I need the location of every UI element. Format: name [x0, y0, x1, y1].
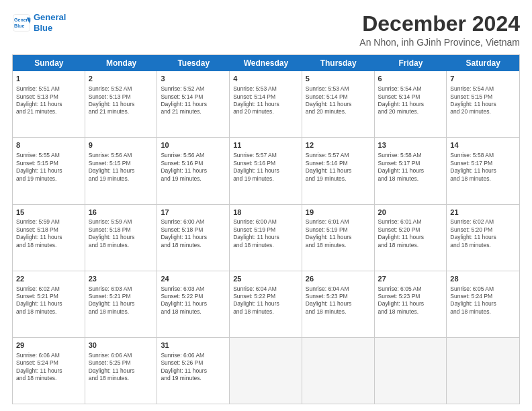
day-number: 20 [378, 208, 443, 218]
calendar-cell: 19Sunrise: 6:01 AMSunset: 5:19 PMDayligh… [302, 205, 375, 271]
calendar: SundayMondayTuesdayWednesdayThursdayFrid… [12, 54, 520, 404]
calendar-cell: 5Sunrise: 5:53 AMSunset: 5:14 PMDaylight… [302, 71, 375, 137]
cell-content: Sunrise: 5:57 AMSunset: 5:16 PMDaylight:… [306, 152, 371, 183]
calendar-cell: 12Sunrise: 5:57 AMSunset: 5:16 PMDayligh… [302, 138, 375, 203]
calendar-cell: 22Sunrise: 6:02 AMSunset: 5:21 PMDayligh… [13, 271, 85, 337]
day-number: 27 [378, 274, 443, 284]
day-number: 15 [16, 208, 81, 218]
cell-content: Sunrise: 5:56 AMSunset: 5:16 PMDaylight:… [161, 152, 226, 183]
day-number: 21 [450, 208, 516, 218]
day-number: 26 [306, 274, 371, 284]
day-number: 19 [306, 208, 371, 218]
logo-general: General [34, 12, 66, 22]
logo-text: General Blue [34, 12, 66, 33]
cell-content: Sunrise: 5:54 AMSunset: 5:14 PMDaylight:… [378, 85, 443, 116]
page: General Blue General Blue December 2024 … [0, 0, 532, 411]
calendar-cell: 20Sunrise: 6:01 AMSunset: 5:20 PMDayligh… [375, 205, 447, 271]
calendar-cell [302, 338, 375, 404]
calendar-cell: 2Sunrise: 5:52 AMSunset: 5:13 PMDaylight… [85, 71, 158, 137]
month-title: December 2024 [359, 12, 520, 36]
cell-content: Sunrise: 6:01 AMSunset: 5:19 PMDaylight:… [306, 218, 371, 249]
calendar-cell: 1Sunrise: 5:51 AMSunset: 5:13 PMDaylight… [13, 71, 85, 137]
day-number: 18 [233, 208, 298, 218]
cell-content: Sunrise: 6:06 AMSunset: 5:26 PMDaylight:… [161, 352, 226, 383]
cell-content: Sunrise: 6:01 AMSunset: 5:20 PMDaylight:… [378, 218, 443, 249]
calendar-cell: 15Sunrise: 5:59 AMSunset: 5:18 PMDayligh… [13, 205, 85, 271]
calendar-cell: 31Sunrise: 6:06 AMSunset: 5:26 PMDayligh… [157, 338, 230, 404]
weekday-header: Sunday [13, 55, 85, 71]
cell-content: Sunrise: 5:58 AMSunset: 5:17 PMDaylight:… [378, 152, 443, 183]
calendar-cell: 26Sunrise: 6:04 AMSunset: 5:23 PMDayligh… [302, 271, 375, 337]
day-number: 5 [306, 74, 371, 84]
day-number: 8 [16, 140, 81, 150]
day-number: 13 [378, 140, 443, 150]
calendar-cell: 10Sunrise: 5:56 AMSunset: 5:16 PMDayligh… [157, 138, 230, 203]
cell-content: Sunrise: 5:52 AMSunset: 5:14 PMDaylight:… [161, 85, 226, 116]
weekday-header: Friday [375, 55, 447, 71]
calendar-row: 22Sunrise: 6:02 AMSunset: 5:21 PMDayligh… [13, 271, 519, 338]
day-number: 16 [89, 208, 154, 218]
day-number: 6 [378, 74, 443, 84]
cell-content: Sunrise: 5:58 AMSunset: 5:17 PMDaylight:… [450, 152, 516, 183]
logo-blue: Blue [34, 23, 52, 33]
weekday-header: Saturday [447, 55, 519, 71]
day-number: 29 [16, 340, 81, 351]
day-number: 25 [233, 274, 298, 284]
day-number: 17 [161, 208, 226, 218]
calendar-header: SundayMondayTuesdayWednesdayThursdayFrid… [13, 55, 519, 71]
cell-content: Sunrise: 6:04 AMSunset: 5:22 PMDaylight:… [233, 285, 298, 316]
cell-content: Sunrise: 6:04 AMSunset: 5:23 PMDaylight:… [306, 285, 371, 316]
cell-content: Sunrise: 6:06 AMSunset: 5:25 PMDaylight:… [89, 352, 154, 383]
calendar-cell [375, 338, 447, 404]
day-number: 23 [89, 274, 154, 284]
day-number: 3 [161, 74, 226, 84]
cell-content: Sunrise: 5:54 AMSunset: 5:15 PMDaylight:… [450, 85, 516, 116]
day-number: 10 [161, 140, 226, 150]
cell-content: Sunrise: 6:00 AMSunset: 5:19 PMDaylight:… [233, 218, 298, 249]
weekday-header: Monday [85, 55, 158, 71]
day-number: 28 [450, 274, 516, 284]
day-number: 4 [233, 74, 298, 84]
calendar-cell: 17Sunrise: 6:00 AMSunset: 5:18 PMDayligh… [157, 205, 230, 271]
weekday-header: Thursday [302, 55, 375, 71]
calendar-body: 1Sunrise: 5:51 AMSunset: 5:13 PMDaylight… [13, 71, 519, 404]
calendar-cell: 29Sunrise: 6:06 AMSunset: 5:24 PMDayligh… [13, 338, 85, 404]
day-number: 31 [161, 340, 226, 351]
header: General Blue General Blue December 2024 … [12, 12, 520, 48]
cell-content: Sunrise: 5:59 AMSunset: 5:18 PMDaylight:… [16, 218, 81, 249]
day-number: 14 [450, 140, 516, 150]
calendar-cell: 27Sunrise: 6:05 AMSunset: 5:23 PMDayligh… [375, 271, 447, 337]
day-number: 1 [16, 74, 81, 84]
calendar-cell: 28Sunrise: 6:05 AMSunset: 5:24 PMDayligh… [447, 271, 519, 337]
calendar-cell: 4Sunrise: 5:53 AMSunset: 5:14 PMDaylight… [230, 71, 302, 137]
cell-content: Sunrise: 6:00 AMSunset: 5:18 PMDaylight:… [161, 218, 226, 249]
calendar-cell: 6Sunrise: 5:54 AMSunset: 5:14 PMDaylight… [375, 71, 447, 137]
calendar-cell: 3Sunrise: 5:52 AMSunset: 5:14 PMDaylight… [157, 71, 230, 137]
day-number: 2 [89, 74, 154, 84]
cell-content: Sunrise: 6:03 AMSunset: 5:21 PMDaylight:… [89, 285, 154, 316]
calendar-row: 15Sunrise: 5:59 AMSunset: 5:18 PMDayligh… [13, 205, 519, 271]
cell-content: Sunrise: 5:52 AMSunset: 5:13 PMDaylight:… [89, 85, 154, 116]
logo-icon: General Blue [12, 13, 31, 32]
day-number: 9 [89, 140, 154, 150]
svg-rect-0 [13, 14, 30, 31]
calendar-cell: 30Sunrise: 6:06 AMSunset: 5:25 PMDayligh… [85, 338, 158, 404]
calendar-row: 29Sunrise: 6:06 AMSunset: 5:24 PMDayligh… [13, 338, 519, 404]
calendar-cell [230, 338, 302, 404]
calendar-cell: 7Sunrise: 5:54 AMSunset: 5:15 PMDaylight… [447, 71, 519, 137]
weekday-header: Tuesday [157, 55, 230, 71]
cell-content: Sunrise: 6:05 AMSunset: 5:23 PMDaylight:… [378, 285, 443, 316]
logo: General Blue General Blue [12, 12, 66, 33]
cell-content: Sunrise: 6:05 AMSunset: 5:24 PMDaylight:… [450, 285, 516, 316]
location-subtitle: An Nhon, inh GJinh Province, Vietnam [359, 37, 520, 48]
calendar-cell: 8Sunrise: 5:55 AMSunset: 5:15 PMDaylight… [13, 138, 85, 203]
calendar-cell: 14Sunrise: 5:58 AMSunset: 5:17 PMDayligh… [447, 138, 519, 203]
calendar-cell: 16Sunrise: 5:59 AMSunset: 5:18 PMDayligh… [85, 205, 158, 271]
cell-content: Sunrise: 5:51 AMSunset: 5:13 PMDaylight:… [16, 85, 81, 116]
cell-content: Sunrise: 5:56 AMSunset: 5:15 PMDaylight:… [89, 152, 154, 183]
calendar-cell [447, 338, 519, 404]
day-number: 12 [306, 140, 371, 150]
calendar-cell: 18Sunrise: 6:00 AMSunset: 5:19 PMDayligh… [230, 205, 302, 271]
day-number: 24 [161, 274, 226, 284]
calendar-cell: 23Sunrise: 6:03 AMSunset: 5:21 PMDayligh… [85, 271, 158, 337]
